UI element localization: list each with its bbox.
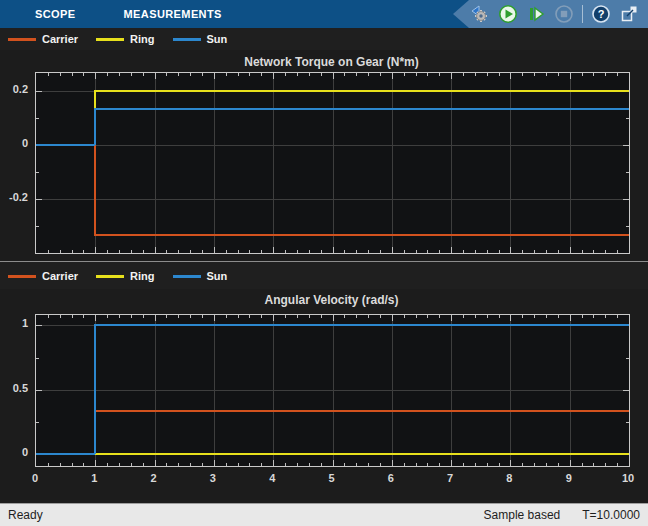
tick-mark — [143, 315, 144, 318]
gridline — [510, 73, 511, 253]
tick-mark — [558, 73, 559, 76]
tick-mark — [131, 315, 132, 318]
legend-item-sun[interactable]: Sun — [173, 270, 228, 282]
tick-label: 7 — [435, 472, 465, 486]
tick-mark — [155, 73, 156, 79]
velocity-plot-axes[interactable] — [35, 314, 630, 467]
tick-mark — [487, 250, 488, 253]
tick-mark — [95, 247, 96, 253]
tick-mark — [321, 315, 322, 318]
tick-mark — [392, 460, 393, 466]
tick-mark — [297, 463, 298, 466]
tick-mark — [582, 463, 583, 466]
tick-mark — [626, 358, 629, 359]
tick-mark — [36, 199, 42, 200]
tick-mark — [36, 226, 39, 227]
tick-mark — [321, 250, 322, 253]
tick-mark — [36, 390, 42, 391]
settings-icon[interactable] — [470, 4, 490, 24]
tick-mark — [297, 250, 298, 253]
tick-mark — [499, 315, 500, 318]
tick-mark — [344, 73, 345, 76]
tick-mark — [344, 250, 345, 253]
tick-mark — [510, 460, 511, 466]
tick-mark — [143, 73, 144, 76]
gridline — [36, 390, 629, 391]
tick-mark — [605, 315, 606, 318]
tick-mark — [463, 250, 464, 253]
tick-mark — [36, 422, 39, 423]
tick-mark — [214, 315, 215, 321]
tick-mark — [119, 73, 120, 76]
tick-mark — [155, 247, 156, 253]
tick-mark — [570, 460, 571, 466]
tick-mark — [427, 315, 428, 318]
tick-mark — [451, 460, 452, 466]
tick-mark — [202, 250, 203, 253]
tab-scope[interactable]: SCOPE — [35, 8, 76, 20]
ring-line-swatch — [96, 38, 124, 41]
help-icon[interactable]: ? — [591, 4, 611, 24]
tick-mark — [510, 315, 511, 321]
tick-mark — [546, 73, 547, 76]
tick-mark — [439, 73, 440, 76]
tick-mark — [321, 73, 322, 76]
tick-mark — [202, 463, 203, 466]
legend-item-carrier[interactable]: Carrier — [8, 270, 78, 282]
tick-mark — [570, 247, 571, 253]
tick-mark — [95, 460, 96, 466]
tick-label: 4 — [257, 472, 287, 486]
tick-mark — [463, 463, 464, 466]
sim-time-label: T=10.0000 — [582, 508, 640, 522]
tick-mark — [463, 315, 464, 318]
tick-mark — [131, 73, 132, 76]
sun-line-swatch — [173, 275, 201, 278]
scope-window: SCOPE MEASUREMENTS — [0, 0, 648, 526]
tick-mark — [593, 463, 594, 466]
tick-mark — [439, 463, 440, 466]
legend-item-carrier[interactable]: Carrier — [8, 33, 78, 45]
tick-mark — [368, 250, 369, 253]
tick-mark — [309, 250, 310, 253]
tick-mark — [72, 315, 73, 318]
tick-mark — [190, 463, 191, 466]
tick-mark — [605, 73, 606, 76]
tick-mark — [451, 315, 452, 321]
tick-label: 3 — [198, 472, 228, 486]
stop-icon[interactable] — [554, 4, 574, 24]
tick-mark — [380, 73, 381, 76]
legend-top: Carrier Ring Sun — [0, 28, 648, 50]
tick-mark — [475, 463, 476, 466]
tick-mark — [285, 250, 286, 253]
tick-mark — [119, 250, 120, 253]
step-forward-icon[interactable] — [526, 4, 546, 24]
tick-mark — [522, 315, 523, 318]
tick-mark — [626, 118, 629, 119]
series-line — [94, 109, 96, 145]
tick-mark — [617, 315, 618, 318]
legend-label: Carrier — [42, 270, 78, 282]
tick-mark — [83, 250, 84, 253]
legend-item-ring[interactable]: Ring — [96, 270, 154, 282]
tick-mark — [261, 315, 262, 318]
tick-mark — [261, 250, 262, 253]
dock-icon[interactable] — [619, 4, 639, 24]
tick-mark — [404, 315, 405, 318]
tick-mark — [593, 250, 594, 253]
tick-mark — [60, 315, 61, 318]
legend-item-sun[interactable]: Sun — [173, 33, 228, 45]
tick-mark — [356, 315, 357, 318]
tick-mark — [60, 250, 61, 253]
tick-mark — [546, 250, 547, 253]
torque-plot-axes[interactable] — [35, 72, 630, 254]
tick-mark — [107, 73, 108, 76]
tick-mark — [297, 315, 298, 318]
tick-mark — [623, 390, 629, 391]
tick-mark — [226, 250, 227, 253]
tab-measurements[interactable]: MEASUREMENTS — [124, 8, 222, 20]
tick-mark — [202, 315, 203, 318]
legend-item-ring[interactable]: Ring — [96, 33, 154, 45]
run-icon[interactable] — [498, 4, 518, 24]
ring-line-swatch — [96, 275, 124, 278]
series-line — [36, 144, 95, 146]
